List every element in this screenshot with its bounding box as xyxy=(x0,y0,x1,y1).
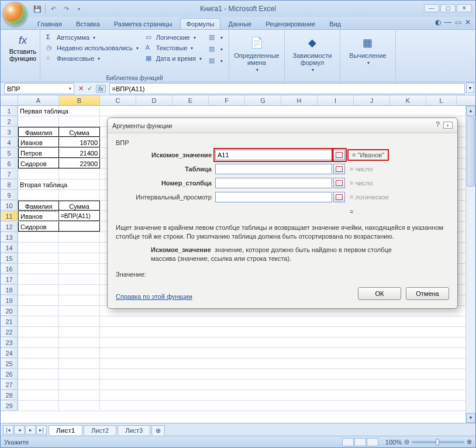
tab-view[interactable]: Вид xyxy=(323,18,347,29)
cell[interactable] xyxy=(59,169,100,179)
defined-names-button[interactable]: 📄 Определенные имена ▾ xyxy=(233,31,281,73)
sheet-tab[interactable]: Лист1 xyxy=(49,425,82,435)
refedit-icon[interactable] xyxy=(333,178,345,188)
sheet-tab[interactable]: Лист2 xyxy=(84,425,116,435)
cell[interactable] xyxy=(59,306,100,316)
cell[interactable] xyxy=(59,180,100,189)
cell[interactable] xyxy=(59,316,100,326)
row-header[interactable]: 1 xyxy=(1,106,18,116)
cell[interactable] xyxy=(18,274,59,284)
refedit-icon[interactable] xyxy=(333,150,345,160)
cell[interactable] xyxy=(18,253,59,263)
row-header[interactable]: 26 xyxy=(1,369,18,379)
first-sheet-icon[interactable]: |◂ xyxy=(3,425,13,435)
cell[interactable] xyxy=(18,316,59,326)
cell[interactable] xyxy=(59,390,100,400)
row-header[interactable]: 25 xyxy=(1,359,18,368)
zoom-in-icon[interactable]: ⊕ xyxy=(467,438,472,446)
tab-data[interactable]: Данные xyxy=(222,18,258,29)
row-header[interactable]: 13 xyxy=(1,232,18,242)
mdi-close-icon[interactable]: ✕ xyxy=(465,18,471,26)
mdi-minimize-icon[interactable]: — xyxy=(444,18,451,26)
prev-sheet-icon[interactable]: ◂ xyxy=(14,425,25,435)
row-header[interactable]: 9 xyxy=(1,190,18,200)
cell[interactable]: Фамилия xyxy=(18,201,59,211)
col-header-h[interactable]: H xyxy=(281,95,318,105)
logical-button[interactable]: Логические▾ xyxy=(143,33,204,42)
expand-formula-bar-icon[interactable]: ▾ xyxy=(466,82,474,93)
row-header[interactable]: 2 xyxy=(1,116,18,126)
row-header[interactable]: 23 xyxy=(1,337,18,347)
formula-input[interactable]: =ВПР(A11) xyxy=(109,83,465,94)
cell[interactable] xyxy=(59,106,100,116)
row-header[interactable]: 24 xyxy=(1,348,18,358)
cell[interactable]: 18700 xyxy=(59,137,100,147)
dialog-help-icon[interactable]: ? xyxy=(436,120,440,129)
col-header-e[interactable]: E xyxy=(173,95,209,105)
cell[interactable] xyxy=(59,222,100,232)
tab-review[interactable]: Рецензирование xyxy=(259,18,322,29)
text-button[interactable]: Текстовые▾ xyxy=(143,43,204,53)
cell[interactable] xyxy=(59,190,100,200)
cell[interactable] xyxy=(18,306,59,316)
autosum-button[interactable]: Автосумма▾ xyxy=(44,33,141,42)
row-header[interactable]: 3 xyxy=(1,127,18,137)
cell[interactable] xyxy=(18,359,59,368)
cell[interactable]: Сидоров xyxy=(18,158,59,168)
scroll-up-icon[interactable]: ▲ xyxy=(466,106,475,116)
cell[interactable] xyxy=(59,401,100,411)
more-button[interactable]: ▾ xyxy=(206,56,225,66)
cell[interactable]: Вторая таблица xyxy=(18,180,59,189)
cell[interactable] xyxy=(18,380,59,390)
col-header-d[interactable]: D xyxy=(136,95,173,105)
zoom-out-icon[interactable]: ⊖ xyxy=(404,438,409,446)
row-header[interactable]: 17 xyxy=(1,274,18,284)
scroll-thumb[interactable] xyxy=(467,116,475,187)
row-header[interactable]: 28 xyxy=(1,390,18,400)
active-ref-cell[interactable]: Иванов xyxy=(18,211,59,221)
cell[interactable]: Сидоров xyxy=(18,222,59,232)
row-header[interactable]: 5 xyxy=(1,148,18,158)
cell[interactable]: 22900 xyxy=(59,158,100,168)
cell[interactable] xyxy=(18,116,59,126)
arg-input-range-lookup[interactable] xyxy=(215,192,332,202)
cell[interactable] xyxy=(18,190,59,200)
cell[interactable] xyxy=(18,348,59,358)
select-all-button[interactable] xyxy=(1,95,18,105)
row-header[interactable]: 7 xyxy=(1,169,18,179)
cell[interactable] xyxy=(59,116,100,126)
vertical-scrollbar[interactable]: ▲ ▼ xyxy=(465,106,475,423)
zoom-level[interactable]: 100% xyxy=(385,439,402,446)
name-box[interactable]: ВПР ▾ xyxy=(4,83,74,94)
redo-icon[interactable]: ↷ xyxy=(61,4,71,14)
cell[interactable]: Сумма xyxy=(59,201,100,211)
financial-button[interactable]: Финансовые▾ xyxy=(44,54,141,63)
help-icon[interactable]: ◐ xyxy=(435,18,441,26)
cell[interactable] xyxy=(18,169,59,179)
refedit-icon[interactable] xyxy=(333,192,345,202)
zoom-slider[interactable] xyxy=(412,441,464,443)
cell[interactable] xyxy=(18,369,59,379)
cancel-formula-icon[interactable]: ✕ xyxy=(78,85,84,92)
undo-icon[interactable]: ↶ xyxy=(48,4,58,14)
chevron-down-icon[interactable]: ▾ xyxy=(69,86,71,91)
row-header[interactable]: 20 xyxy=(1,306,18,316)
cell[interactable]: Фамилия xyxy=(18,127,59,137)
row-header[interactable]: 29 xyxy=(1,401,18,411)
cell[interactable]: Петров xyxy=(18,148,59,158)
cell[interactable] xyxy=(18,390,59,400)
next-sheet-icon[interactable]: ▸ xyxy=(25,425,36,435)
formula-auditing-button[interactable]: ◆ Зависимости формул ▾ xyxy=(288,31,336,73)
page-layout-view-icon[interactable] xyxy=(354,438,366,446)
tab-formulas[interactable]: Формулы xyxy=(180,18,221,29)
cell[interactable] xyxy=(59,232,100,242)
cell[interactable] xyxy=(18,337,59,347)
row-header[interactable]: 14 xyxy=(1,243,18,253)
cell[interactable]: 21400 xyxy=(59,148,100,158)
row-header[interactable]: 21 xyxy=(1,316,18,326)
col-header-c[interactable]: C xyxy=(100,95,136,105)
cell[interactable] xyxy=(18,264,59,274)
datetime-button[interactable]: Дата и время▾ xyxy=(143,54,204,63)
row-header[interactable]: 27 xyxy=(1,380,18,390)
cell[interactable] xyxy=(18,232,59,242)
